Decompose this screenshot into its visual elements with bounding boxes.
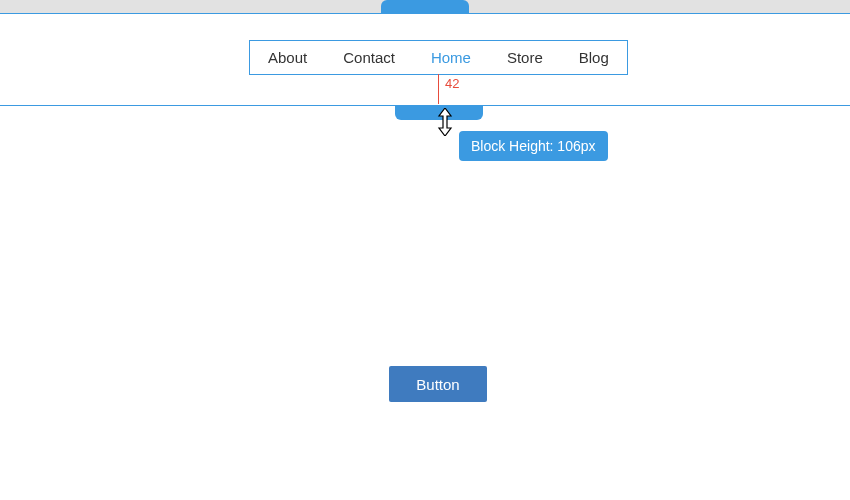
nav-item-contact[interactable]: Contact <box>325 41 413 74</box>
block-height-tooltip: Block Height: 106px <box>459 131 608 161</box>
nav-item-store[interactable]: Store <box>489 41 561 74</box>
top-button-peek[interactable] <box>381 0 469 14</box>
bottom-button-peek[interactable] <box>395 106 483 120</box>
nav-menu: About Contact Home Store Blog <box>249 40 628 75</box>
nav-item-blog[interactable]: Blog <box>561 41 627 74</box>
main-button[interactable]: Button <box>389 366 487 402</box>
measurement-line <box>438 74 439 104</box>
measurement-value: 42 <box>445 76 459 91</box>
nav-item-about[interactable]: About <box>250 41 325 74</box>
header-block[interactable]: About Contact Home Store Blog 42 <box>0 14 850 106</box>
top-toolbar <box>0 0 850 14</box>
nav-item-home[interactable]: Home <box>413 41 489 74</box>
